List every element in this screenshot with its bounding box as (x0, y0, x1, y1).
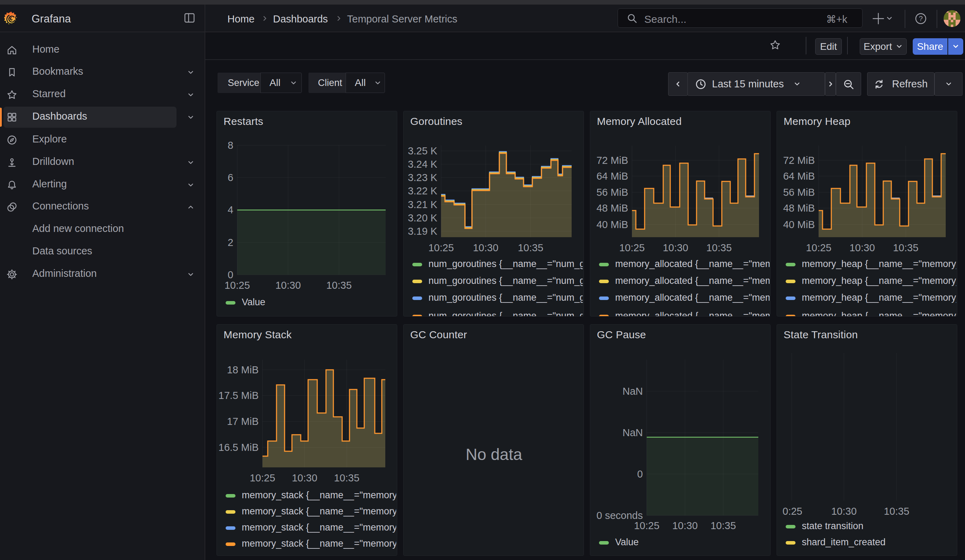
svg-text:?: ? (919, 15, 922, 23)
